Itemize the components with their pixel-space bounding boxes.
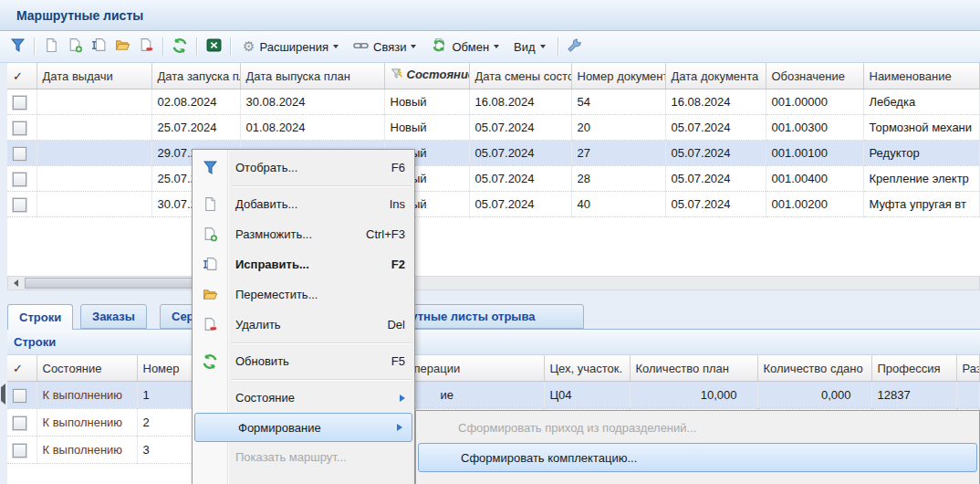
column-header-start-date[interactable]: Дата запуска план [151,63,240,89]
column-header-issue-date[interactable]: Дата выдачи [36,63,151,89]
cell-state-change-date: 05.07.2024 [469,141,571,166]
column-header-doc-number[interactable]: Номер документа [571,63,665,89]
table-row[interactable]: 02.08.2024 30.08.2024 Новый 16.08.2024 5… [7,89,980,115]
cell-check[interactable] [7,89,36,115]
column-header-qty-plan[interactable]: Количество план [630,355,757,382]
funnel-lightning-icon [391,70,404,84]
column-header-state-label: Состояние [407,68,470,81]
links-menu-button[interactable]: Связи [346,36,423,58]
mini-scroll-left-icon[interactable] [1,387,5,401]
submenu-item-komplektaciya[interactable]: Сформировать комплектацию... [418,443,977,472]
cell-state: Новый [384,115,469,141]
title-bar: Маршрутные листы [0,0,980,31]
column-header-designation[interactable]: Обозначение [766,63,863,89]
checkbox[interactable] [13,173,26,186]
menu-item-dobavit[interactable]: Добавить... Ins [193,189,414,219]
table-row[interactable]: 30.07.2024 Новый 05.07.2024 40 05.07.202… [7,192,980,217]
cell-issue-date [36,115,151,141]
cell-check[interactable] [7,409,36,437]
menu-item-sostoyanie[interactable]: Состояние [193,383,414,413]
column-header-state[interactable]: Состояние [36,355,137,382]
page-title: Маршрутные листы [16,8,143,23]
menu-item-shortcut: Ctrl+F3 [366,227,405,241]
copy-button[interactable] [63,36,87,58]
menu-item-razmnozhit[interactable]: Размножить... Ctrl+F3 [193,219,414,249]
checkbox[interactable] [13,198,26,212]
tab-zakazy[interactable]: Заказы [80,304,147,329]
checkbox[interactable] [13,416,26,430]
edit-button[interactable] [87,36,110,58]
column-header-state-change-date[interactable]: Дата смены состояния [469,63,571,89]
menu-item-ispravit[interactable]: Исправить... F2 [193,249,414,279]
cell-check[interactable] [7,166,36,192]
checkbox[interactable] [13,389,26,403]
column-header-check[interactable]: ✓ [7,355,36,382]
checkbox[interactable] [13,147,26,161]
cell-check[interactable] [7,115,36,141]
view-menu-button[interactable]: Вид [506,36,553,58]
menu-item-udalit[interactable]: Удалить Del [193,310,414,340]
cell-start-date: 25.07.2024 [151,115,240,141]
move-button[interactable] [110,36,134,58]
menu-item-label: Состояние [235,391,295,405]
cell-check[interactable] [7,382,36,409]
column-header-release-date[interactable]: Дата выпуска план [240,63,384,89]
table-row-selected[interactable]: 29.07.2024 01.08.2024 Новый 05.07.2024 2… [7,141,980,166]
cell-issue-date [36,141,151,166]
menu-item-label: Сформировать комплектацию... [461,451,637,465]
menu-item-obnovit[interactable]: Обновить F5 [193,346,414,376]
menu-item-shortcut: Ins [390,197,405,211]
scroll-left-button[interactable] [9,278,23,289]
filter-icon [10,37,26,56]
tab-stroki[interactable]: Строки [7,304,73,330]
cell-state-change-date: 05.07.2024 [469,192,571,217]
menu-item-formirovanie[interactable]: Формирование [194,413,412,442]
table-row-selected[interactable]: К выполнению 1 ие Ц04 10,000 0,000 12837 [7,382,980,409]
menu-item-shortcut: F2 [391,258,405,271]
refresh-button[interactable] [168,36,192,58]
settings-button[interactable] [563,36,587,58]
column-header-qty-done[interactable]: Количество сдано [757,355,871,382]
column-header-doc-date[interactable]: Дата документа [665,63,766,89]
table-row[interactable]: 25.07.2024 Новый 05.07.2024 28 05.07.202… [7,166,980,192]
cell-issue-date [36,89,151,115]
column-header-grade[interactable]: Разряд [956,355,980,382]
tab-label: Заказы [92,310,135,323]
column-header-shop[interactable]: Цех, участок. [544,355,630,382]
column-header-check[interactable]: ✓ [7,63,36,89]
column-header-profession[interactable]: Профессия [871,355,956,382]
cell-check[interactable] [7,192,36,217]
toolbar-separator [230,37,231,56]
filter-button[interactable] [5,36,29,58]
column-header-state[interactable]: Состояние [384,63,469,89]
cell-state: Новый [384,89,469,115]
column-header-name[interactable]: Наименование [863,63,980,89]
delete-button[interactable] [134,36,158,58]
checkbox[interactable] [13,96,26,110]
menu-item-label: Формирование [238,421,321,435]
add-button[interactable] [39,36,63,58]
menu-item-peremestit[interactable]: Переместить... [193,279,414,310]
toolbar-separator [162,37,163,56]
excel-export-button[interactable] [202,36,225,58]
column-header-number[interactable]: Номер [137,355,195,382]
menu-item-pokazat-marshrut: Показать маршрут... [193,442,414,472]
extensions-label: Расширения [259,40,328,54]
horizontal-scrollbar[interactable] [7,276,980,290]
checkbox[interactable] [13,444,26,458]
extensions-menu-button[interactable]: ⚙ Расширения [235,36,346,58]
menu-item-otobrat[interactable]: Отобрать... F6 [193,153,414,183]
cell-check[interactable] [7,437,36,464]
view-label: Вид [514,40,536,54]
cell-number: 3 [137,437,195,464]
cell-name: Лебедка [863,89,980,115]
submenu-arrow-icon [397,424,402,431]
table-row[interactable]: 25.07.2024 01.08.2024 Новый 05.07.2024 2… [7,115,980,141]
cell-name: Муфта упругая вт [863,192,980,217]
cell-check[interactable] [7,141,36,166]
checkbox[interactable] [13,121,26,135]
toolbar-separator [196,37,197,56]
cell-doc-number: 20 [571,115,665,141]
chevron-down-icon [494,45,499,48]
exchange-menu-button[interactable]: Обмен [423,36,506,58]
